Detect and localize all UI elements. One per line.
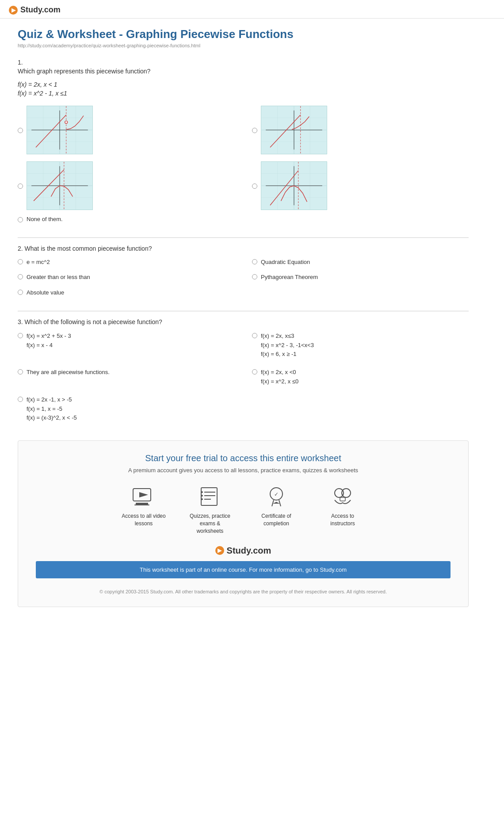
q1-number: 1. bbox=[18, 59, 469, 66]
svg-point-53 bbox=[201, 491, 203, 493]
cta-title: Start your free trial to access this ent… bbox=[36, 453, 451, 463]
cta-logo-icon: ▶ bbox=[215, 546, 224, 555]
q2-radio-2[interactable] bbox=[252, 259, 257, 264]
q1-graph-4 bbox=[261, 161, 327, 210]
cta-features: Access to all video lessons Quizzes, pr bbox=[36, 484, 451, 535]
question-1: 1. Which graph represents this piecewise… bbox=[18, 59, 469, 223]
q3-label-4: f(x) = 2x, x <0f(x) = x^2, x ≤0 bbox=[261, 368, 298, 386]
certificate-icon: ✓ bbox=[264, 484, 289, 509]
logo-text: Study.com bbox=[20, 5, 61, 15]
q1-radio-none[interactable] bbox=[18, 217, 23, 222]
svg-rect-47 bbox=[136, 503, 148, 505]
cta-logo: ▶ Study.com bbox=[36, 546, 451, 556]
cta-banner: This worksheet is part of an online cour… bbox=[36, 561, 451, 578]
cta-banner-text: This worksheet is part of an online cour… bbox=[140, 566, 347, 573]
q3-label: 3. Which of the following is not a piece… bbox=[18, 318, 469, 325]
cta-logo-text: Study.com bbox=[227, 546, 271, 556]
q1-graph-2 bbox=[261, 106, 327, 154]
q2-radio-1[interactable] bbox=[18, 259, 23, 264]
q2-label-5: Absolute value bbox=[27, 289, 64, 297]
q3-option-4[interactable]: f(x) = 2x, x <0f(x) = x^2, x ≤0 bbox=[252, 368, 469, 386]
q3-label-5: f(x) = 2x -1, x > -5f(x) = 1, x = -5f(x)… bbox=[27, 395, 77, 423]
q1-option-1[interactable] bbox=[18, 106, 234, 154]
q1-option-3[interactable] bbox=[18, 161, 234, 210]
question-3: 3. Which of the following is not a piece… bbox=[18, 318, 469, 423]
cta-feature-instructors: Access to instructors bbox=[318, 484, 367, 535]
q2-label-3: Greater than or less than bbox=[27, 273, 90, 281]
cta-subtitle: A premium account gives you access to al… bbox=[36, 467, 451, 474]
cta-section: Start your free trial to access this ent… bbox=[18, 440, 469, 607]
q2-option-2[interactable]: Quadratic Equation bbox=[252, 258, 469, 266]
divider-2 bbox=[18, 311, 469, 311]
svg-rect-48 bbox=[134, 505, 149, 505]
q2-option-5[interactable]: Absolute value bbox=[18, 289, 234, 297]
q2-option-1[interactable]: e = mc^2 bbox=[18, 258, 234, 266]
svg-rect-49 bbox=[201, 488, 217, 505]
logo[interactable]: ▶ Study.com bbox=[9, 5, 495, 15]
video-icon bbox=[131, 484, 156, 509]
chat-icon bbox=[330, 484, 355, 509]
q2-radio-4[interactable] bbox=[252, 274, 257, 279]
q2-label-2: Quadratic Equation bbox=[261, 258, 310, 266]
q3-radio-4[interactable] bbox=[252, 369, 257, 375]
list-icon bbox=[198, 484, 222, 509]
cta-feature-video: Access to all video lessons bbox=[119, 484, 168, 535]
svg-marker-60 bbox=[273, 502, 280, 504]
svg-marker-46 bbox=[139, 492, 148, 497]
cta-quizzes-label: Quizzes, practice exams & worksheets bbox=[186, 512, 234, 535]
svg-point-54 bbox=[201, 495, 203, 497]
q1-option-none[interactable]: None of them. bbox=[18, 215, 469, 223]
q3-option-5[interactable]: f(x) = 2x -1, x > -5f(x) = 1, x = -5f(x)… bbox=[18, 395, 234, 423]
logo-icon: ▶ bbox=[9, 6, 18, 15]
q2-options: e = mc^2 Quadratic Equation Greater than… bbox=[18, 258, 469, 297]
q2-label-4: Pythagorean Theorem bbox=[261, 273, 318, 281]
q1-func2: f(x) = x^2 - 1, x ≤1 bbox=[18, 90, 469, 97]
q3-radio-3[interactable] bbox=[18, 369, 23, 375]
q3-radio-1[interactable] bbox=[18, 333, 23, 338]
main-content: Quiz & Worksheet - Graphing Piecewise Fu… bbox=[0, 19, 486, 616]
q1-option-2[interactable] bbox=[252, 106, 469, 154]
q2-option-4[interactable]: Pythagorean Theorem bbox=[252, 273, 469, 281]
q3-radio-2[interactable] bbox=[252, 333, 257, 338]
svg-rect-63 bbox=[340, 497, 345, 501]
q1-radio-1[interactable] bbox=[18, 128, 23, 133]
q1-graph-3 bbox=[27, 161, 93, 210]
q1-none-label: None of them. bbox=[27, 215, 63, 223]
q1-radio-2[interactable] bbox=[252, 128, 257, 133]
divider-1 bbox=[18, 237, 469, 238]
q1-text: Which graph represents this piecewise fu… bbox=[18, 68, 469, 75]
q3-label-3: They are all piecewise functions. bbox=[27, 368, 110, 377]
cta-feature-quizzes: Quizzes, practice exams & worksheets bbox=[186, 484, 234, 535]
q3-label-2: f(x) = 2x, x≤3f(x) = x^2 - 3, -1<x<3f(x)… bbox=[261, 332, 314, 359]
q3-option-2[interactable]: f(x) = 2x, x≤3f(x) = x^2 - 3, -1<x<3f(x)… bbox=[252, 332, 469, 359]
q1-func1: f(x) = 2x, x < 1 bbox=[18, 81, 469, 88]
q3-option-1[interactable]: f(x) = x^2 + 5x - 3f(x) = x - 4 bbox=[18, 332, 234, 359]
q1-radio-4[interactable] bbox=[252, 183, 257, 189]
q3-option-3[interactable]: They are all piecewise functions. bbox=[18, 368, 234, 386]
svg-line-59 bbox=[279, 500, 281, 506]
svg-point-11 bbox=[65, 121, 68, 123]
svg-line-58 bbox=[272, 500, 274, 506]
q3-label-1: f(x) = x^2 + 5x - 3f(x) = x - 4 bbox=[27, 332, 71, 350]
q2-radio-3[interactable] bbox=[18, 274, 23, 279]
question-2: 2. What is the most common piecewise fun… bbox=[18, 245, 469, 297]
footer-copyright: © copyright 2003-2015 Study.com. All oth… bbox=[36, 585, 451, 598]
cta-certificate-label: Certificate of completion bbox=[252, 512, 301, 527]
q1-graph-1 bbox=[27, 106, 93, 154]
q2-label: 2. What is the most common piecewise fun… bbox=[18, 245, 469, 252]
cta-video-label: Access to all video lessons bbox=[119, 512, 168, 527]
svg-text:✓: ✓ bbox=[274, 491, 279, 497]
q1-graph-options bbox=[18, 106, 469, 210]
cta-instructors-label: Access to instructors bbox=[318, 512, 367, 527]
q1-radio-3[interactable] bbox=[18, 183, 23, 189]
q3-options: f(x) = x^2 + 5x - 3f(x) = x - 4 f(x) = 2… bbox=[18, 332, 469, 423]
cta-feature-certificate: ✓ Certificate of completion bbox=[252, 484, 301, 535]
q2-option-3[interactable]: Greater than or less than bbox=[18, 273, 234, 281]
header: ▶ Study.com bbox=[0, 0, 504, 19]
page-title: Quiz & Worksheet - Graphing Piecewise Fu… bbox=[18, 27, 469, 41]
q2-label-1: e = mc^2 bbox=[27, 258, 50, 266]
q1-option-4[interactable] bbox=[252, 161, 469, 210]
q2-radio-5[interactable] bbox=[18, 290, 23, 295]
svg-point-55 bbox=[201, 498, 203, 500]
q3-radio-5[interactable] bbox=[18, 397, 23, 402]
